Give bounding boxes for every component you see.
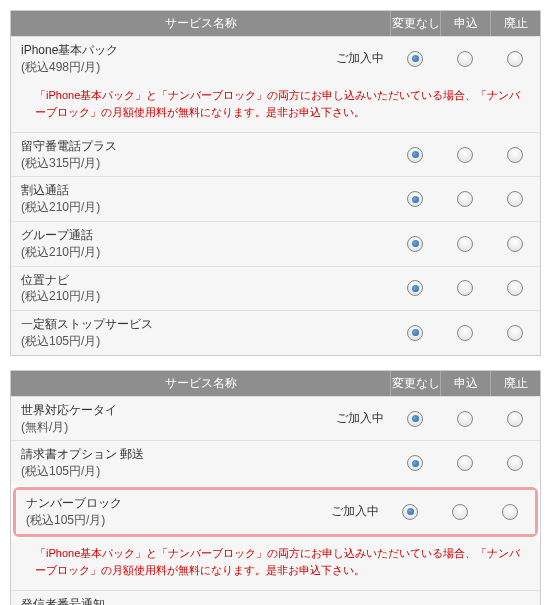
- header-apply: 申込: [440, 371, 490, 396]
- service-row: iPhone基本パック(税込498円/月)ご加入中: [11, 36, 540, 81]
- service-name: 一定額ストップサービス: [21, 316, 320, 333]
- radio-no-change[interactable]: [407, 147, 423, 163]
- service-name-cell: 位置ナビ(税込210円/月): [11, 267, 330, 311]
- service-row: グループ通話(税込210円/月): [11, 221, 540, 266]
- radio-cancel[interactable]: [507, 51, 523, 67]
- service-price: (税込210円/月): [21, 288, 320, 305]
- service-price: (税込105円/月): [21, 333, 320, 350]
- service-price: (税込210円/月): [21, 244, 320, 261]
- radio-no-change[interactable]: [407, 236, 423, 252]
- service-name-cell: 世界対応ケータイ(無料/月): [11, 397, 330, 441]
- notice-text: 「iPhone基本パック」と「ナンバーブロック」の両方にお申し込みいただいている…: [11, 539, 540, 590]
- status-label: ご加入中: [330, 410, 390, 427]
- radio-no-change[interactable]: [407, 191, 423, 207]
- radio-no-change[interactable]: [407, 51, 423, 67]
- status-label: ご加入中: [330, 50, 390, 67]
- service-price: (税込315円/月): [21, 155, 320, 172]
- radio-no-change[interactable]: [407, 280, 423, 296]
- service-name: グループ通話: [21, 227, 320, 244]
- table-header: サービス名称 変更なし 申込 廃止: [11, 11, 540, 36]
- service-row: ナンバーブロック(税込105円/月)ご加入中: [16, 490, 535, 534]
- header-cancel: 廃止: [490, 371, 540, 396]
- service-name: 発信者番号通知: [21, 596, 320, 605]
- service-name: 留守番電話プラス: [21, 138, 320, 155]
- service-name-cell: 請求書オプション 郵送(税込105円/月): [11, 441, 330, 485]
- section-1: サービス名称 変更なし 申込 廃止 iPhone基本パック(税込498円/月)ご…: [10, 10, 541, 356]
- service-name: ナンバーブロック: [26, 495, 315, 512]
- service-name-cell: ナンバーブロック(税込105円/月): [16, 490, 325, 534]
- service-name: 位置ナビ: [21, 272, 320, 289]
- notice-text: 「iPhone基本パック」と「ナンバーブロック」の両方にお申し込みいただいている…: [11, 81, 540, 132]
- radio-cancel[interactable]: [507, 325, 523, 341]
- radio-apply[interactable]: [457, 455, 473, 471]
- service-name-cell: 留守番電話プラス(税込315円/月): [11, 133, 330, 177]
- radio-cancel[interactable]: [507, 280, 523, 296]
- service-price: (税込105円/月): [26, 512, 315, 529]
- service-row: 留守番電話プラス(税込315円/月): [11, 132, 540, 177]
- radio-apply[interactable]: [457, 236, 473, 252]
- radio-apply[interactable]: [452, 504, 468, 520]
- service-name: 請求書オプション 郵送: [21, 446, 320, 463]
- service-row: 割込通話(税込210円/月): [11, 176, 540, 221]
- radio-apply[interactable]: [457, 280, 473, 296]
- service-price: (無料/月): [21, 419, 320, 436]
- service-name-cell: 割込通話(税込210円/月): [11, 177, 330, 221]
- radio-no-change[interactable]: [407, 411, 423, 427]
- service-name-cell: グループ通話(税込210円/月): [11, 222, 330, 266]
- service-row: 発信者番号通知(無料/月)ご加入中: [11, 590, 540, 605]
- radio-cancel[interactable]: [507, 411, 523, 427]
- radio-cancel[interactable]: [507, 147, 523, 163]
- highlighted-row: ナンバーブロック(税込105円/月)ご加入中: [13, 487, 538, 537]
- service-row: 一定額ストップサービス(税込105円/月): [11, 310, 540, 355]
- service-name-cell: iPhone基本パック(税込498円/月): [11, 37, 330, 81]
- service-name-cell: 発信者番号通知(無料/月): [11, 591, 330, 605]
- service-row: 位置ナビ(税込210円/月): [11, 266, 540, 311]
- radio-cancel[interactable]: [507, 236, 523, 252]
- table-header: サービス名称 変更なし 申込 廃止: [11, 371, 540, 396]
- service-row: 請求書オプション 郵送(税込105円/月): [11, 440, 540, 485]
- radio-no-change[interactable]: [402, 504, 418, 520]
- radio-apply[interactable]: [457, 51, 473, 67]
- section-2: サービス名称 変更なし 申込 廃止 世界対応ケータイ(無料/月)ご加入中請求書オ…: [10, 370, 541, 605]
- radio-cancel[interactable]: [507, 455, 523, 471]
- radio-apply[interactable]: [457, 191, 473, 207]
- service-name: iPhone基本パック: [21, 42, 320, 59]
- header-service-name: サービス名称: [11, 11, 390, 36]
- service-row: 世界対応ケータイ(無料/月)ご加入中: [11, 396, 540, 441]
- service-name: 割込通話: [21, 182, 320, 199]
- radio-cancel[interactable]: [507, 191, 523, 207]
- service-name: 世界対応ケータイ: [21, 402, 320, 419]
- header-no-change: 変更なし: [390, 371, 440, 396]
- radio-no-change[interactable]: [407, 325, 423, 341]
- service-name-cell: 一定額ストップサービス(税込105円/月): [11, 311, 330, 355]
- header-no-change: 変更なし: [390, 11, 440, 36]
- header-apply: 申込: [440, 11, 490, 36]
- radio-apply[interactable]: [457, 325, 473, 341]
- radio-apply[interactable]: [457, 411, 473, 427]
- radio-no-change[interactable]: [407, 455, 423, 471]
- radio-apply[interactable]: [457, 147, 473, 163]
- header-cancel: 廃止: [490, 11, 540, 36]
- radio-cancel[interactable]: [502, 504, 518, 520]
- status-label: ご加入中: [325, 503, 385, 520]
- service-price: (税込105円/月): [21, 463, 320, 480]
- header-service-name: サービス名称: [11, 371, 390, 396]
- service-price: (税込210円/月): [21, 199, 320, 216]
- service-price: (税込498円/月): [21, 59, 320, 76]
